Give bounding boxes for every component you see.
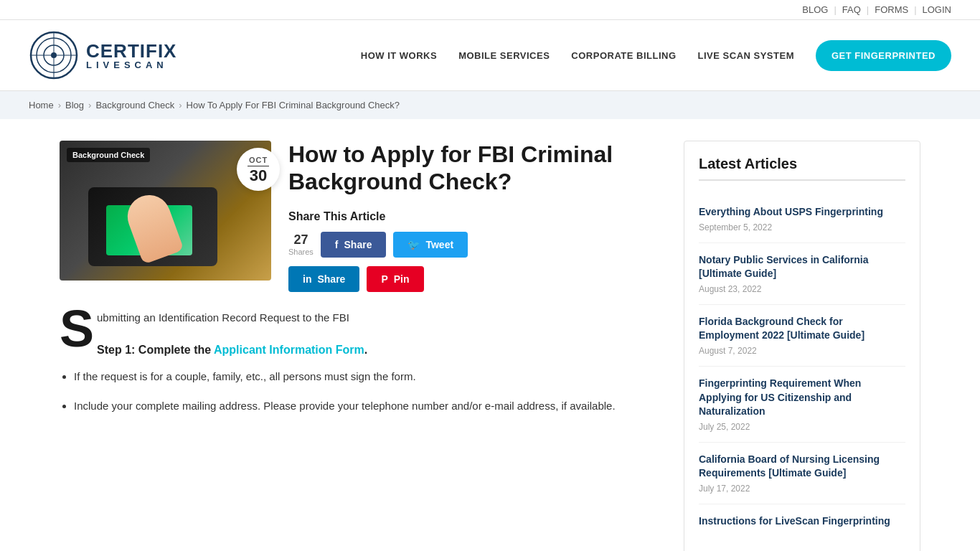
sidebar-card: Latest Articles Everything About USPS Fi…	[684, 141, 920, 551]
sidebar-article-title[interactable]: Notary Public Services in California [Ul…	[699, 253, 905, 281]
logo-area: CERTIFIX LIVESCAN	[29, 30, 176, 80]
sidebar-article-item: Everything About USPS FingerprintingSept…	[699, 195, 905, 243]
sidebar-article-title[interactable]: Fingerprinting Requirement When Applying…	[699, 377, 905, 419]
nav-mobile-services[interactable]: MOBILE SERVICES	[458, 50, 550, 61]
topbar-blog-link[interactable]: BLOG	[802, 4, 828, 15]
sep2: |	[867, 4, 869, 15]
step1-prefix: Step 1: Complete the	[97, 344, 214, 356]
sidebar-article-date: July 25, 2022	[699, 422, 905, 432]
sidebar-article-item: Instructions for LiveScan Fingerprinting	[699, 504, 905, 542]
breadcrumb: Home › Blog › Background Check › How To …	[0, 91, 980, 119]
shares-number: 27	[293, 232, 308, 248]
sidebar-article-date: August 7, 2022	[699, 346, 905, 356]
logo-icon	[29, 30, 79, 80]
topbar-forms-link[interactable]: FORMS	[875, 4, 908, 15]
sidebar-article-item: Florida Background Check for Employment …	[699, 305, 905, 367]
list-item: If the request is for a couple, family, …	[74, 367, 655, 386]
sidebar-title: Latest Articles	[699, 156, 905, 181]
top-bar: BLOG | FAQ | FORMS | LOGIN	[0, 0, 980, 20]
nav-corporate-billing[interactable]: CORPORATE BILLING	[571, 50, 676, 61]
breadcrumb-sep1: ›	[58, 100, 61, 110]
date-day: 30	[250, 168, 267, 184]
topbar-faq-link[interactable]: FAQ	[842, 4, 861, 15]
sidebar-article-item: California Board of Nursing Licensing Re…	[699, 443, 905, 504]
share-buttons-row1: 27 Shares f Share 🐦 Tweet	[288, 232, 655, 258]
share-buttons-row2: in Share P Pin	[288, 266, 655, 292]
sidebar-article-date: September 5, 2022	[699, 222, 905, 232]
breadcrumb-background-check[interactable]: Background Check	[95, 100, 174, 110]
sidebar-article-title[interactable]: California Board of Nursing Licensing Re…	[699, 453, 905, 481]
facebook-share-label: Share	[344, 239, 372, 250]
linkedin-share-button[interactable]: in Share	[288, 266, 359, 292]
list-item: Include your complete mailing address. P…	[74, 396, 655, 415]
pinterest-icon: P	[381, 273, 387, 285]
step1-suffix: .	[364, 344, 367, 356]
logo-livescan: LIVESCAN	[86, 60, 176, 70]
nav-how-it-works[interactable]: HOW IT WORKS	[361, 50, 437, 61]
logo-certifix: CERTIFIX	[86, 42, 176, 60]
twitter-tweet-button[interactable]: 🐦 Tweet	[393, 232, 468, 258]
sidebar-article-title[interactable]: Florida Background Check for Employment …	[699, 315, 905, 343]
article-body: Submitting an Identification Record Requ…	[60, 309, 655, 415]
main-container: Background Check OCT 30 How to Apply for…	[31, 119, 949, 551]
article-image-wrapper: Background Check OCT 30	[60, 141, 271, 281]
applicant-form-link[interactable]: Applicant Information Form	[214, 344, 364, 356]
breadcrumb-home[interactable]: Home	[29, 100, 54, 110]
sidebar-article-title[interactable]: Instructions for LiveScan Fingerprinting	[699, 514, 905, 529]
sidebar-article-date: August 23, 2022	[699, 284, 905, 294]
breadcrumb-current: How To Apply For FBI Criminal Background…	[187, 100, 400, 110]
svg-point-5	[51, 52, 57, 58]
article-category-badge: Background Check	[67, 148, 150, 162]
twitter-tweet-label: Tweet	[425, 239, 453, 250]
article-header: Background Check OCT 30 How to Apply for…	[60, 141, 655, 292]
sep1: |	[834, 4, 836, 15]
linkedin-icon: in	[303, 273, 311, 285]
sidebar-article-item: Fingerprinting Requirement When Applying…	[699, 367, 905, 443]
bullet-list: If the request is for a couple, family, …	[74, 367, 655, 415]
breadcrumb-sep3: ›	[179, 100, 182, 110]
logo-text: CERTIFIX LIVESCAN	[86, 42, 176, 70]
share-heading: Share This Article	[288, 210, 655, 223]
sidebar-article-item: Notary Public Services in California [Ul…	[699, 243, 905, 305]
linkedin-share-label: Share	[317, 273, 345, 285]
nav-live-scan-system[interactable]: LIVE SCAN SYSTEM	[698, 50, 794, 61]
article-title-area: How to Apply for FBI Criminal Background…	[288, 141, 655, 292]
shares-label: Shares	[288, 248, 314, 256]
sidebar: Latest Articles Everything About USPS Fi…	[684, 141, 920, 551]
date-month: OCT	[249, 156, 268, 164]
sidebar-article-date: July 17, 2022	[699, 484, 905, 494]
pinterest-pin-label: Pin	[394, 273, 410, 285]
article-title: How to Apply for FBI Criminal Background…	[288, 141, 655, 196]
finger-shape	[121, 189, 184, 264]
sep3: |	[914, 4, 916, 15]
intro-text-content: ubmitting an Identification Record Reque…	[97, 311, 349, 324]
facebook-share-button[interactable]: f Share	[321, 232, 387, 258]
article-area: Background Check OCT 30 How to Apply for…	[60, 141, 655, 551]
latest-articles-list: Everything About USPS FingerprintingSept…	[699, 195, 905, 542]
intro-paragraph: Submitting an Identification Record Requ…	[60, 309, 655, 326]
topbar-login-link[interactable]: LOGIN	[923, 4, 951, 15]
breadcrumb-sep2: ›	[88, 100, 91, 110]
sidebar-article-title[interactable]: Everything About USPS Fingerprinting	[699, 205, 905, 220]
get-fingerprinted-button[interactable]: GET FINGERPRINTED	[816, 40, 951, 71]
pinterest-pin-button[interactable]: P Pin	[367, 266, 423, 292]
drop-cap: S	[60, 309, 94, 348]
header: CERTIFIX LIVESCAN HOW IT WORKS MOBILE SE…	[0, 20, 980, 91]
date-badge: OCT 30	[237, 148, 280, 191]
shares-count: 27 Shares	[288, 232, 314, 256]
main-nav: HOW IT WORKS MOBILE SERVICES CORPORATE B…	[361, 40, 951, 71]
breadcrumb-blog[interactable]: Blog	[65, 100, 84, 110]
step1-heading: Step 1: Complete the Applicant Informati…	[60, 344, 655, 357]
facebook-icon: f	[335, 239, 339, 250]
twitter-icon: 🐦	[407, 239, 420, 250]
